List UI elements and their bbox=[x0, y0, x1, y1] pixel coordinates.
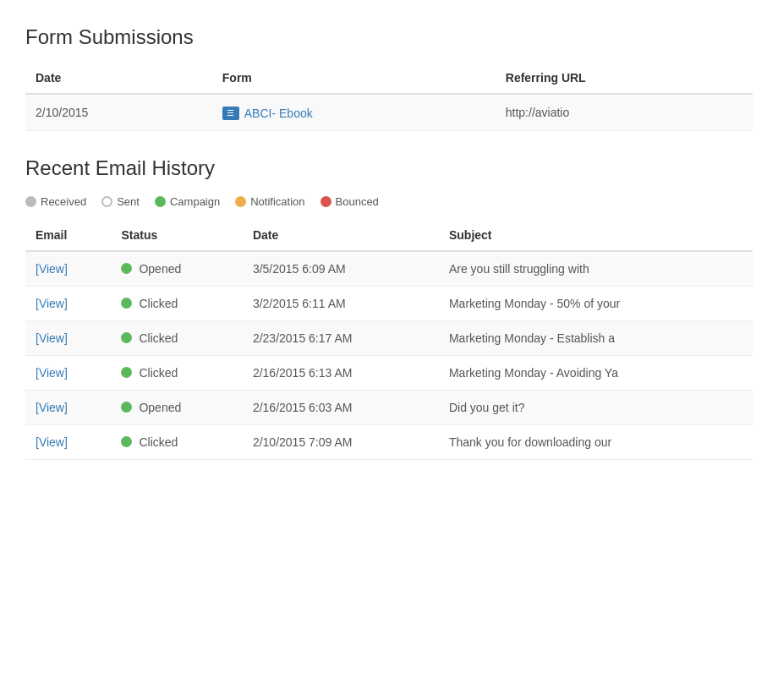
status-dot-icon bbox=[121, 298, 132, 309]
email-history-table: Email Status Date Subject [View]Opened3/… bbox=[25, 221, 753, 460]
email-view-link[interactable]: [View] bbox=[36, 366, 68, 380]
email-row-subject: Marketing Monday - 50% of your bbox=[439, 286, 753, 320]
form-row-url: http://aviatio bbox=[496, 94, 753, 130]
email-row-date: 2/10/2015 7:09 AM bbox=[243, 424, 439, 459]
status-dot-icon bbox=[121, 436, 132, 447]
form-col-date: Date bbox=[25, 64, 212, 94]
email-row-subject: Are you still struggling with bbox=[439, 251, 753, 287]
email-row-status: Clicked bbox=[111, 286, 242, 320]
status-label: Clicked bbox=[139, 331, 178, 345]
email-table-row: [View]Clicked3/2/2015 6:11 AMMarketing M… bbox=[25, 286, 753, 320]
form-submissions-section: Form Submissions Date Form Referring URL… bbox=[25, 25, 753, 131]
status-dot-icon bbox=[121, 332, 132, 343]
legend-bounced: Bounced bbox=[321, 195, 379, 208]
email-row-status: Opened bbox=[111, 390, 242, 424]
dot-sent-icon bbox=[101, 196, 112, 207]
legend-received: Received bbox=[25, 195, 86, 208]
email-row-date: 3/2/2015 6:11 AM bbox=[243, 286, 439, 320]
form-row-form: ☰ABCI- Ebook bbox=[212, 94, 496, 130]
email-table-row: [View]Clicked2/16/2015 6:13 AMMarketing … bbox=[25, 355, 753, 390]
email-view-link[interactable]: [View] bbox=[36, 331, 68, 345]
dot-received-icon bbox=[25, 196, 36, 207]
status-label: Opened bbox=[139, 401, 181, 414]
dot-notification-icon bbox=[235, 196, 246, 207]
email-row-subject: Did you get it? bbox=[439, 390, 753, 424]
email-table-row: [View]Opened3/5/2015 6:09 AMAre you stil… bbox=[25, 251, 753, 287]
email-history-title: Recent Email History bbox=[25, 156, 753, 180]
form-table-row: 2/10/2015☰ABCI- Ebookhttp://aviatio bbox=[25, 94, 753, 130]
email-col-date: Date bbox=[243, 221, 439, 251]
email-row-status: Clicked bbox=[111, 424, 242, 459]
form-submissions-title: Form Submissions bbox=[25, 25, 753, 49]
form-icon: ☰ bbox=[222, 107, 239, 120]
email-col-subject: Subject bbox=[439, 221, 753, 251]
form-col-form: Form bbox=[212, 64, 496, 94]
email-row-subject: Marketing Monday - Avoiding Ya bbox=[439, 355, 753, 390]
email-row-subject: Thank you for downloading our bbox=[439, 424, 753, 459]
legend-campaign: Campaign bbox=[155, 195, 220, 208]
status-dot-icon bbox=[121, 402, 132, 413]
email-row-date: 2/16/2015 6:13 AM bbox=[243, 355, 439, 390]
email-row-date: 3/5/2015 6:09 AM bbox=[243, 251, 439, 287]
form-submissions-table: Date Form Referring URL 2/10/2015☰ABCI- … bbox=[25, 64, 753, 131]
email-history-section: Recent Email History Received Sent Campa… bbox=[25, 156, 753, 460]
email-col-status: Status bbox=[111, 221, 242, 251]
status-label: Clicked bbox=[139, 366, 178, 380]
email-view-link[interactable]: [View] bbox=[36, 262, 68, 276]
form-link[interactable]: ☰ABCI- Ebook bbox=[222, 107, 313, 120]
email-row-view: [View] bbox=[25, 286, 111, 320]
email-row-view: [View] bbox=[25, 251, 111, 287]
email-table-row: [View]Clicked2/10/2015 7:09 AMThank you … bbox=[25, 424, 753, 459]
legend-notification: Notification bbox=[235, 195, 304, 208]
email-row-date: 2/16/2015 6:03 AM bbox=[243, 390, 439, 424]
legend-received-label: Received bbox=[41, 195, 86, 208]
email-table-row: [View]Clicked2/23/2015 6:17 AMMarketing … bbox=[25, 320, 753, 355]
email-row-view: [View] bbox=[25, 390, 111, 424]
form-table-header-row: Date Form Referring URL bbox=[25, 64, 753, 94]
legend-notification-label: Notification bbox=[250, 195, 304, 208]
email-row-status: Clicked bbox=[111, 355, 242, 390]
email-row-date: 2/23/2015 6:17 AM bbox=[243, 320, 439, 355]
status-dot-icon bbox=[121, 263, 132, 274]
status-label: Opened bbox=[139, 262, 181, 276]
email-col-email: Email bbox=[25, 221, 111, 251]
email-table-row: [View]Opened2/16/2015 6:03 AMDid you get… bbox=[25, 390, 753, 424]
email-view-link[interactable]: [View] bbox=[36, 401, 68, 414]
email-row-view: [View] bbox=[25, 320, 111, 355]
dot-campaign-icon bbox=[155, 196, 166, 207]
email-row-status: Opened bbox=[111, 251, 242, 287]
form-row-date: 2/10/2015 bbox=[25, 94, 212, 130]
email-row-subject: Marketing Monday - Establish a bbox=[439, 320, 753, 355]
status-dot-icon bbox=[121, 367, 132, 378]
status-label: Clicked bbox=[139, 297, 178, 310]
email-table-header-row: Email Status Date Subject bbox=[25, 221, 753, 251]
form-label: ABCI- Ebook bbox=[244, 107, 313, 120]
form-col-referring: Referring URL bbox=[496, 64, 753, 94]
email-view-link[interactable]: [View] bbox=[36, 435, 68, 449]
email-row-view: [View] bbox=[25, 355, 111, 390]
email-legend: Received Sent Campaign Notification Boun… bbox=[25, 195, 753, 208]
legend-sent-label: Sent bbox=[117, 195, 140, 208]
email-view-link[interactable]: [View] bbox=[36, 297, 68, 310]
legend-sent: Sent bbox=[101, 195, 140, 208]
email-row-status: Clicked bbox=[111, 320, 242, 355]
email-row-view: [View] bbox=[25, 424, 111, 459]
dot-bounced-icon bbox=[321, 196, 331, 207]
status-label: Clicked bbox=[139, 435, 178, 449]
legend-bounced-label: Bounced bbox=[336, 195, 379, 208]
legend-campaign-label: Campaign bbox=[170, 195, 220, 208]
